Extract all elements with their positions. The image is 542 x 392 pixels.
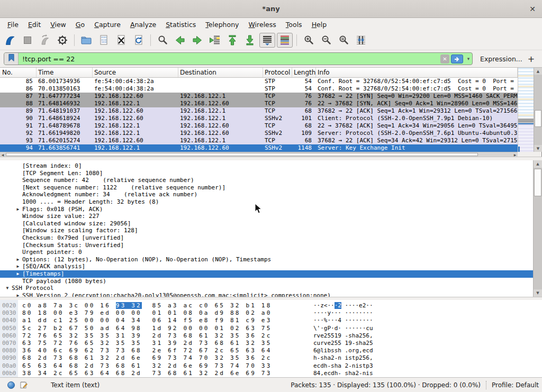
hex-row[interactable]: 00505c 27 b2 67 50 ad 64 98 1d 92 00 00 … xyxy=(0,325,542,332)
column-header-length[interactable]: Length xyxy=(292,68,316,77)
menu-edit[interactable]: Edit xyxy=(23,20,46,30)
start-capture-button[interactable] xyxy=(2,33,18,48)
detail-line[interactable]: 1000 .... = Header Length: 32 bytes (8) xyxy=(0,198,533,206)
expand-icon[interactable]: ▶ xyxy=(14,292,22,297)
packet-row-93[interactable]: 9371.662015274192.168.122.60192.168.122.… xyxy=(0,137,518,144)
column-header-no[interactable]: No. xyxy=(0,68,37,77)
hex-ascii[interactable]: \'·gP·d· ······cu xyxy=(313,325,373,332)
menu-telephony[interactable]: Telephony xyxy=(201,20,243,30)
go-to-packet-button[interactable] xyxy=(207,33,223,48)
hscroll-thumb[interactable] xyxy=(6,153,478,156)
hex-row[interactable]: 008036 40 6c 69 62 73 73 68 2e 6f 72 67 … xyxy=(0,347,542,354)
clear-filter-button[interactable]: ✕ xyxy=(440,54,449,63)
hex-bytes[interactable]: 72 76 65 32 35 35 31 39 2d 73 68 61 32 3… xyxy=(22,332,272,340)
apply-filter-button[interactable] xyxy=(451,54,463,63)
hex-ascii[interactable]: 6@libssh .org,ecd xyxy=(313,347,373,354)
pane-splitter-top[interactable]: ······ xyxy=(0,157,542,160)
scroll-left-icon[interactable]: ◀ xyxy=(0,152,5,157)
colorize-button[interactable] xyxy=(277,33,293,48)
packet-row-86[interactable]: 8670.013850163fe:54:00:d4:38:2aSTP54Conf… xyxy=(0,85,518,93)
menu-file[interactable]: File xyxy=(3,20,23,30)
zoom-out-button[interactable] xyxy=(318,33,334,48)
hex-ascii[interactable]: curve255 19-sha25 xyxy=(313,340,373,347)
column-header-source[interactable]: Source xyxy=(93,68,178,77)
zoom-reset-button[interactable] xyxy=(336,33,351,48)
resize-columns-button[interactable] xyxy=(353,33,369,48)
menu-view[interactable]: View xyxy=(46,20,71,30)
column-header-protocol[interactable]: Protocol xyxy=(263,68,292,77)
hex-ascii[interactable]: ···%···4 ········ xyxy=(313,317,373,324)
packet-list-minimap[interactable] xyxy=(518,68,534,152)
menu-tools[interactable]: Tools xyxy=(281,20,307,30)
scroll-down-icon[interactable]: ▼ xyxy=(534,145,542,152)
hex-bytes[interactable]: a1 dd c1 25 00 00 04 34 06 14 f5 e8 f9 8… xyxy=(22,317,272,324)
detail-line[interactable]: [Next sequence number: 1122 (relative se… xyxy=(0,184,533,192)
hex-ascii[interactable]: ecdh-sha 2-nistp3 xyxy=(313,362,373,370)
detail-line[interactable]: Acknowledgment number: 34 (relative ack … xyxy=(0,191,533,198)
hex-bytes[interactable]: 5c 27 b2 67 50 ad 64 98 1d 92 00 00 01 0… xyxy=(22,325,272,332)
hex-bytes[interactable]: 80 18 00 e3 79 ed 00 00 01 01 08 0a d9 8… xyxy=(22,309,272,317)
hex-bytes[interactable]: 68 2d 73 68 61 32 2d 6e 69 73 74 70 32 3… xyxy=(22,354,272,362)
detail-line[interactable]: [Stream index: 0] xyxy=(0,162,533,170)
packet-row-90[interactable]: 9071.648618924192.168.122.60192.168.122.… xyxy=(0,115,518,122)
restart-capture-button[interactable] xyxy=(37,33,53,48)
detail-line[interactable]: Checksum: 0x79ed [unverified] xyxy=(0,234,533,242)
packet-row-87[interactable]: 8771.647777234192.168.122.60192.168.122.… xyxy=(0,93,518,100)
hex-row[interactable]: 0020c0 a8 7a 3c 00 16 93 32 85 a3 ac c0 … xyxy=(0,302,542,309)
menu-wireless[interactable]: Wireless xyxy=(244,20,281,30)
packet-list-hscrollbar[interactable]: ◀ ▶ xyxy=(0,152,518,157)
add-filter-button[interactable]: + xyxy=(528,54,535,64)
hex-row[interactable]: 00b038 34 2c 65 63 64 68 2d 73 68 61 32 … xyxy=(0,370,542,377)
close-file-button[interactable] xyxy=(113,33,129,48)
scroll-up-icon[interactable]: ▲ xyxy=(534,160,542,168)
detail-line[interactable]: [Calculated window size: 29056] xyxy=(0,220,533,227)
stop-capture-button[interactable] xyxy=(20,33,35,48)
expand-icon[interactable]: ▶ xyxy=(14,206,22,213)
packet-row-85[interactable]: 8568.001734936fe:54:00:d4:38:2aSTP54Conf… xyxy=(0,78,518,85)
column-header-time[interactable]: Time xyxy=(37,68,93,77)
hex-ascii[interactable]: h-sha2-n istp256, xyxy=(313,354,373,362)
hex-ascii[interactable]: rve25519 -sha256, xyxy=(313,332,373,340)
close-window-button[interactable]: ✕ xyxy=(529,0,536,18)
column-header-destination[interactable]: Destination xyxy=(178,68,263,77)
expert-info-icon[interactable] xyxy=(7,381,15,389)
detail-line[interactable]: ▶[Timestamps] xyxy=(0,270,533,278)
detail-line[interactable]: TCP payload (1080 bytes) xyxy=(0,278,533,285)
packet-list-vscrollbar[interactable]: ▲ ▼ xyxy=(534,68,542,152)
capture-options-button[interactable] xyxy=(55,33,70,48)
packet-row-89[interactable]: 8971.648191037192.168.122.60192.168.122.… xyxy=(0,107,518,115)
detail-line[interactable]: Urgent pointer: 0 xyxy=(0,249,533,256)
hex-bytes[interactable]: 38 34 2c 65 63 64 68 2d 73 68 61 32 2d 6… xyxy=(22,370,272,377)
expand-icon[interactable]: ▶ xyxy=(14,256,22,263)
detail-line[interactable]: ▼SSH Protocol xyxy=(0,285,533,292)
menu-analyze[interactable]: Analyze xyxy=(125,20,161,30)
hex-bytes[interactable]: 63 75 72 76 65 32 35 35 31 39 2d 73 68 6… xyxy=(22,340,272,347)
hex-ascii[interactable]: ··z<···2 ····e2·· xyxy=(313,302,373,309)
packet-row-91[interactable]: 9171.648789678192.168.122.1192.168.122.6… xyxy=(0,122,518,130)
menu-go[interactable]: Go xyxy=(71,20,89,30)
packet-row-92[interactable]: 9271.661949820192.168.122.1192.168.122.6… xyxy=(0,130,518,137)
detail-line[interactable]: ▶Flags: 0x018 (PSH, ACK) xyxy=(0,206,533,213)
hex-row[interactable]: 00a065 63 64 68 2d 73 68 61 32 2d 6e 69 … xyxy=(0,362,542,370)
detail-line[interactable]: ▶SSH Version 2 (encryption:chacha20-poly… xyxy=(0,292,533,297)
column-header-info[interactable]: Info xyxy=(316,68,518,77)
details-vscrollbar[interactable]: ▲ ▼ xyxy=(533,160,542,297)
find-packet-button[interactable] xyxy=(155,33,170,48)
hex-bytes[interactable]: 65 63 64 68 2d 73 68 61 32 2d 6e 69 73 7… xyxy=(22,362,272,370)
zoom-in-button[interactable] xyxy=(301,33,317,48)
filter-history-dropdown[interactable]: ▾ xyxy=(465,56,472,61)
detail-line[interactable]: ▶[SEQ/ACK analysis] xyxy=(0,263,533,270)
save-file-button[interactable]: 010101101010 xyxy=(96,33,112,48)
go-first-button[interactable] xyxy=(224,33,240,48)
display-filter-field[interactable]: !tcp.port == 22 ✕ ▾ xyxy=(4,52,473,65)
scroll-up-icon[interactable]: ▲ xyxy=(534,68,542,75)
filter-bookmark-button[interactable] xyxy=(4,53,19,65)
collapse-icon[interactable]: ▼ xyxy=(3,285,12,292)
hex-row[interactable]: 006072 76 65 32 35 35 31 39 2d 73 68 61 … xyxy=(0,332,542,340)
go-forward-button[interactable] xyxy=(189,33,205,48)
hex-row[interactable]: 003080 18 00 e3 79 ed 00 00 01 01 08 0a … xyxy=(0,309,542,317)
hex-bytes[interactable]: 36 40 6c 69 62 73 73 68 2e 6f 72 67 2c 6… xyxy=(22,347,272,354)
packet-row-88[interactable]: 8871.648146932192.168.122.1192.168.122.6… xyxy=(0,100,518,107)
scroll-down-icon[interactable]: ▼ xyxy=(534,289,542,297)
vscroll-thumb[interactable] xyxy=(535,110,541,127)
